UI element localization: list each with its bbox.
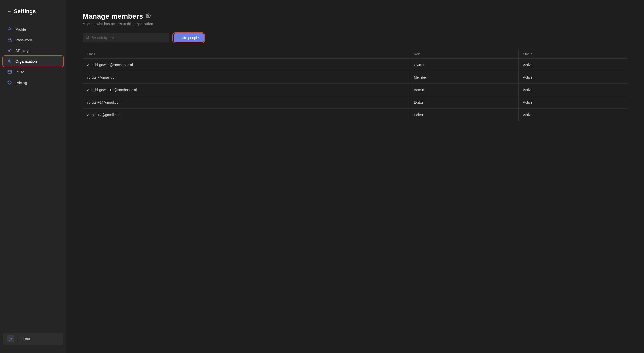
table-row: vorgtst+1@gmail.com Editor Active <box>83 96 628 109</box>
cell-email: vamshi.gowda@stochastic.ai <box>83 59 410 71</box>
cell-role: Admin <box>410 84 519 96</box>
table-row: vamshi.gowda+1@stochastic.ai Admin Activ… <box>83 84 628 96</box>
cell-role: Member <box>410 71 519 84</box>
profile-icon <box>7 27 12 32</box>
logout-icon <box>7 335 14 342</box>
svg-rect-1 <box>8 40 11 42</box>
svg-point-6 <box>8 81 9 82</box>
column-header-status: Status <box>519 49 628 59</box>
cell-email: vamshi.gowda+1@stochastic.ai <box>83 84 410 96</box>
sidebar-nav: Profile Password API keys <box>0 24 66 333</box>
page-title: Manage members <box>83 12 143 20</box>
table-row: vorgtst+2@gmail.com Editor Active <box>83 109 628 121</box>
sidebar-item-pricing[interactable]: Pricing <box>3 78 63 88</box>
sidebar-item-label-api-keys: API keys <box>15 48 30 53</box>
cell-status: Active <box>519 109 628 121</box>
cell-status: Active <box>519 71 628 84</box>
cell-status: Active <box>519 84 628 96</box>
sidebar-footer: Log out <box>0 333 66 347</box>
sidebar-item-label-pricing: Pricing <box>15 81 27 85</box>
cell-email: vorgtst+1@gmail.com <box>83 96 410 109</box>
sidebar-item-api-keys[interactable]: API keys <box>3 45 63 56</box>
sidebar-item-organization[interactable]: Organization <box>3 56 63 66</box>
search-input[interactable] <box>83 33 169 42</box>
sidebar-item-label-profile: Profile <box>15 27 26 31</box>
svg-point-8 <box>147 15 149 16</box>
column-header-email: Email <box>83 49 410 59</box>
sidebar-item-invite[interactable]: Invite <box>3 67 63 77</box>
table-row: vorgtst@gmail.com Member Active <box>83 71 628 84</box>
sidebar-item-label-organization: Organization <box>15 59 37 64</box>
api-keys-icon <box>7 48 12 53</box>
cell-role: Editor <box>410 96 519 109</box>
svg-rect-5 <box>8 70 12 73</box>
settings-back-button[interactable]: ← Settings <box>0 8 66 24</box>
search-icon <box>86 36 89 40</box>
back-icon: ← <box>7 9 12 14</box>
password-icon <box>7 37 12 42</box>
sidebar-item-label-invite: Invite <box>15 70 24 74</box>
members-table: Email Role Status vamshi.gowda@stochasti… <box>83 49 628 121</box>
search-wrapper <box>83 33 169 42</box>
cell-status: Active <box>519 59 628 71</box>
gear-icon[interactable] <box>146 13 151 20</box>
table-row: vamshi.gowda@stochastic.ai Owner Active <box>83 59 628 71</box>
sidebar-item-password[interactable]: Password <box>3 35 63 45</box>
page-title-container: Manage members <box>83 12 628 20</box>
sidebar-item-label-password: Password <box>15 38 32 42</box>
svg-point-0 <box>9 28 10 29</box>
page-subtitle: Manage who has access to this organizati… <box>83 22 628 26</box>
cell-email: vorgtst+2@gmail.com <box>83 109 410 121</box>
svg-point-2 <box>8 50 10 52</box>
svg-point-4 <box>10 60 11 61</box>
logout-label: Log out <box>17 337 30 341</box>
pricing-icon <box>7 80 12 85</box>
cell-status: Active <box>519 96 628 109</box>
main-content: Manage members Manage who has access to … <box>66 0 644 353</box>
invite-icon <box>7 69 12 74</box>
column-header-role: Role <box>410 49 519 59</box>
cell-role: Owner <box>410 59 519 71</box>
cell-role: Editor <box>410 109 519 121</box>
svg-point-3 <box>9 60 10 61</box>
organization-icon <box>7 59 12 64</box>
settings-title: Settings <box>14 8 36 15</box>
sidebar-item-profile[interactable]: Profile <box>3 24 63 34</box>
svg-point-9 <box>86 36 89 38</box>
logout-button[interactable]: Log out <box>3 333 63 345</box>
sidebar: ← Settings Profile Password <box>0 0 66 353</box>
invite-people-button[interactable]: Invite people <box>174 33 204 42</box>
cell-email: vorgtst@gmail.com <box>83 71 410 84</box>
toolbar: Invite people <box>83 33 628 42</box>
